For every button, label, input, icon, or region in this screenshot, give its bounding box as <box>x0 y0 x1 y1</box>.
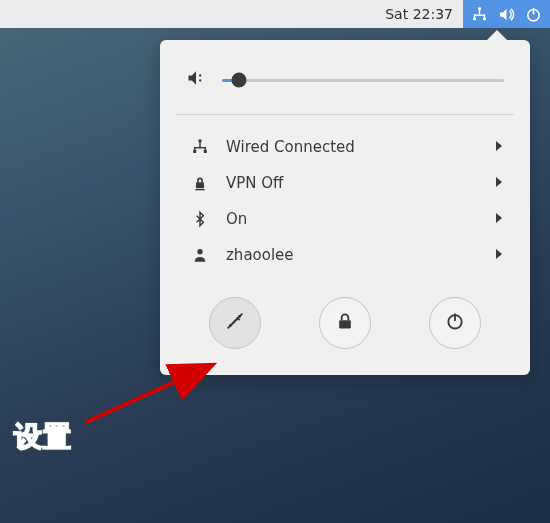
chevron-right-icon <box>494 210 504 228</box>
svg-rect-2 <box>483 17 486 20</box>
svg-rect-3 <box>479 10 480 14</box>
settings-button[interactable] <box>209 297 261 349</box>
menu-list: Wired ConnectedVPN OffOnzhaoolee <box>180 129 510 273</box>
svg-marker-22 <box>496 213 502 223</box>
volume-low-icon <box>186 68 206 92</box>
system-menu-panel: Wired ConnectedVPN OffOnzhaoolee <box>160 40 530 375</box>
system-tray[interactable] <box>463 0 550 28</box>
svg-rect-11 <box>199 140 202 143</box>
network-wired-icon <box>471 6 488 23</box>
svg-rect-13 <box>204 150 207 153</box>
annotation-arrow <box>82 356 227 426</box>
chevron-right-icon <box>494 246 504 264</box>
clock: Sat 22:37 <box>385 6 463 22</box>
svg-rect-14 <box>199 143 201 148</box>
svg-rect-12 <box>193 150 196 153</box>
chevron-right-icon <box>494 138 504 156</box>
annotation-label: 设置 <box>14 418 72 456</box>
network-wired-icon <box>186 138 214 156</box>
power-icon <box>525 6 542 23</box>
slider-track <box>222 79 504 82</box>
menu-item-user[interactable]: zhaoolee <box>180 237 510 273</box>
slider-thumb[interactable] <box>231 73 246 88</box>
svg-rect-20 <box>195 189 204 190</box>
svg-marker-21 <box>496 177 502 187</box>
bluetooth-icon <box>186 210 214 228</box>
svg-rect-27 <box>339 320 351 328</box>
power-icon <box>445 311 465 335</box>
volume-slider[interactable] <box>222 70 504 90</box>
volume-row <box>180 64 510 92</box>
svg-rect-0 <box>478 7 481 10</box>
chevron-right-icon <box>494 174 504 192</box>
menu-item-label: Wired Connected <box>226 138 494 156</box>
menu-item-bluetooth[interactable]: On <box>180 201 510 237</box>
svg-point-23 <box>197 249 202 254</box>
volume-icon <box>498 6 515 23</box>
menu-item-label: zhaoolee <box>226 246 494 264</box>
menu-item-label: VPN Off <box>226 174 494 192</box>
svg-rect-16 <box>194 147 196 150</box>
svg-rect-6 <box>484 14 485 17</box>
svg-point-9 <box>199 74 201 76</box>
power-button[interactable] <box>429 297 481 349</box>
top-bar: Sat 22:37 <box>0 0 550 28</box>
menu-item-network-wired[interactable]: Wired Connected <box>180 129 510 165</box>
action-row <box>180 297 510 349</box>
svg-rect-5 <box>474 14 475 17</box>
svg-rect-19 <box>196 182 204 188</box>
user-icon <box>186 246 214 264</box>
svg-marker-18 <box>496 141 502 151</box>
svg-line-31 <box>86 366 210 422</box>
lock-icon <box>335 311 355 335</box>
svg-point-25 <box>230 325 231 326</box>
svg-marker-24 <box>496 249 502 259</box>
svg-rect-4 <box>474 14 485 15</box>
menu-item-label: On <box>226 210 494 228</box>
svg-point-26 <box>239 316 240 317</box>
svg-point-10 <box>199 79 201 81</box>
svg-rect-15 <box>194 147 206 149</box>
svg-rect-17 <box>205 147 207 150</box>
lock-button[interactable] <box>319 297 371 349</box>
menu-item-vpn[interactable]: VPN Off <box>180 165 510 201</box>
vpn-icon <box>186 174 214 192</box>
settings-icon <box>224 310 246 336</box>
svg-rect-1 <box>473 17 476 20</box>
divider <box>176 114 514 115</box>
